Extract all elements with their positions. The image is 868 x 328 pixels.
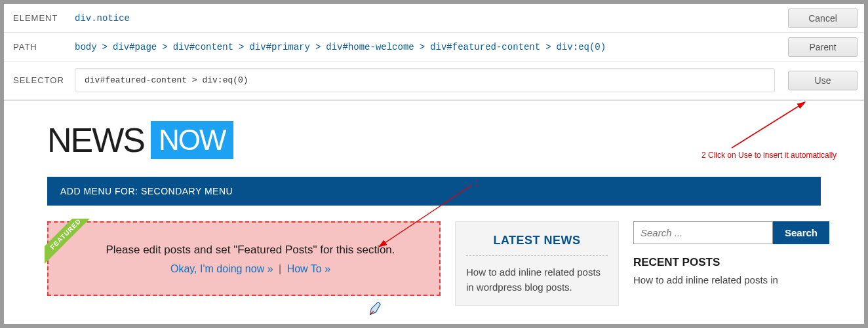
site-preview: NEWS NOW ADD MENU FOR: SECONDARY MENU FE… (4, 101, 864, 306)
search-button[interactable]: Search (773, 221, 829, 244)
secondary-menu-bar[interactable]: ADD MENU FOR: SECONDARY MENU (47, 177, 821, 206)
path-segment[interactable]: div#home-welcome (326, 42, 414, 52)
path-segment[interactable]: div#content (173, 42, 233, 52)
search-widget: Search (633, 221, 817, 244)
latest-news-title: LATEST NEWS (466, 234, 608, 256)
path-segment[interactable]: div#primary (249, 42, 309, 52)
use-button[interactable]: Use (788, 71, 858, 90)
path-segment[interactable]: div:eq(0) (557, 42, 606, 52)
row-path: PATH body>div#page>div#content>div#prima… (4, 33, 864, 62)
featured-message: Please edit posts and set "Featured Post… (75, 244, 426, 257)
label-selector: SELECTOR (4, 66, 69, 94)
latest-news-widget: LATEST NEWS How to add inline related po… (455, 221, 619, 306)
recent-post-item[interactable]: How to add inline related posts in (633, 274, 817, 285)
latest-news-post[interactable]: How to add inline related posts in wordp… (466, 256, 608, 295)
selector-input[interactable] (75, 68, 775, 92)
featured-link-doing-now[interactable]: Okay, I'm doing now » (170, 263, 273, 274)
element-value[interactable]: div.notice (69, 7, 785, 30)
row-selector: SELECTOR Use (4, 62, 864, 100)
path-breadcrumb: body>div#page>div#content>div#primary>di… (69, 35, 785, 59)
path-segment[interactable]: body (75, 42, 97, 52)
parent-button[interactable]: Parent (788, 37, 858, 57)
path-segment[interactable]: div#page (113, 42, 157, 52)
label-path: PATH (4, 33, 69, 61)
selector-panel: ELEMENT div.notice Cancel PATH body>div#… (4, 4, 864, 100)
logo-text-right: NOW (151, 121, 233, 159)
search-input[interactable] (633, 221, 773, 244)
featured-notice: FEATURED Please edit posts and set "Feat… (47, 221, 441, 296)
path-segment[interactable]: div#featured-content (430, 42, 540, 52)
label-element: ELEMENT (4, 4, 69, 32)
annotation-1: 1 (475, 178, 479, 187)
annotation-2: 2 Click on Use to insert it automaticall… (701, 151, 837, 160)
featured-link-howto[interactable]: How To » (287, 263, 330, 274)
row-element: ELEMENT div.notice Cancel (4, 4, 864, 33)
logo-text-left: NEWS (47, 120, 144, 160)
recent-posts-title: RECENT POSTS (633, 256, 817, 269)
cancel-button[interactable]: Cancel (788, 9, 858, 28)
